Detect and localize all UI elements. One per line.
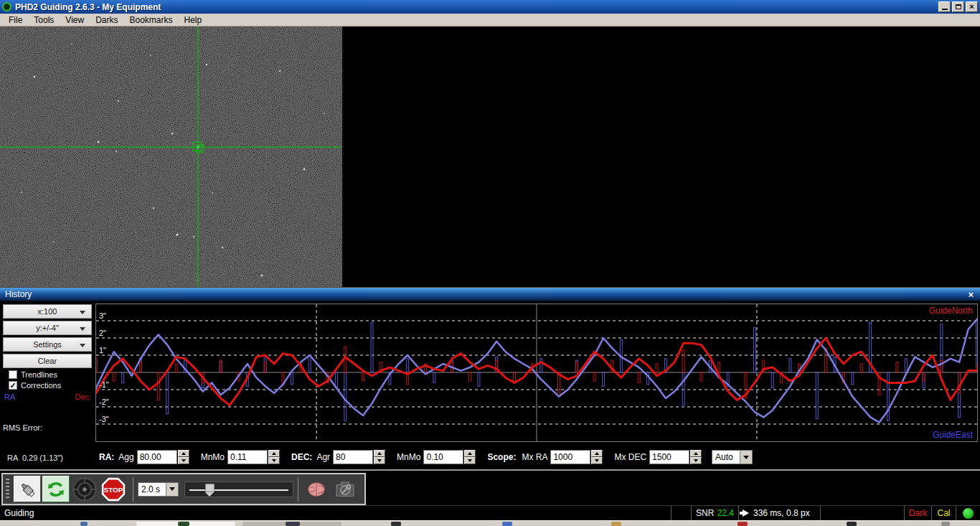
x-scale-dropdown[interactable]: x:100 xyxy=(3,304,92,319)
ra-mnmo-label: MnMo xyxy=(201,452,225,462)
spin-down-icon[interactable] xyxy=(690,457,702,464)
ra-agg-label: Agg xyxy=(118,452,133,462)
brain-settings-button[interactable] xyxy=(303,476,330,502)
status-connection-led xyxy=(956,506,980,520)
loop-exposures-button[interactable] xyxy=(42,476,70,502)
history-title: History xyxy=(5,289,32,299)
guide-button[interactable] xyxy=(71,476,98,502)
mx-ra-input[interactable] xyxy=(550,450,590,464)
menu-tools[interactable]: Tools xyxy=(28,14,60,26)
y-scale-dropdown[interactable]: y:+/-4" xyxy=(3,321,92,335)
ra-agg-input[interactable] xyxy=(137,450,177,464)
restore-icon xyxy=(956,4,961,9)
history-window: History × x:100 y:+/-4" Settings Clear T… xyxy=(0,287,980,469)
guide-direction-arrow-icon xyxy=(743,509,749,517)
history-titlebar[interactable]: History × xyxy=(0,288,980,301)
screen-stretch-slider[interactable] xyxy=(184,482,293,497)
guide-camera-view[interactable] xyxy=(0,27,342,287)
minimize-button[interactable] xyxy=(938,1,951,12)
ra-agg-spinner[interactable] xyxy=(137,450,189,464)
menu-file[interactable]: File xyxy=(3,14,28,26)
stop-button[interactable]: STOP xyxy=(100,476,127,502)
exposure-select[interactable]: 2.0 s xyxy=(138,482,179,497)
toolbar-grip[interactable] xyxy=(6,479,9,500)
spin-down-icon[interactable] xyxy=(178,457,189,464)
svg-text:3": 3" xyxy=(99,311,106,320)
ra-mnmo-spinner[interactable] xyxy=(227,450,280,464)
chevron-down-icon[interactable] xyxy=(740,451,752,464)
clear-button[interactable]: Clear xyxy=(3,354,92,368)
spin-up-icon[interactable] xyxy=(178,450,189,457)
close-button[interactable]: × xyxy=(966,1,978,12)
spin-up-icon[interactable] xyxy=(591,450,603,457)
menu-help[interactable]: Help xyxy=(179,14,208,26)
spin-buttons[interactable] xyxy=(268,450,280,464)
trendlines-label: Trendlines xyxy=(21,370,57,379)
camera-wrench-icon xyxy=(334,478,357,501)
phd2-main-window: PHD2 Guiding 2.6.3 - My Equipment × File… xyxy=(0,0,980,526)
spin-up-icon[interactable] xyxy=(464,450,476,457)
corrections-checkbox[interactable]: ✓ Corrections xyxy=(9,381,94,390)
dec-agr-spinner[interactable] xyxy=(333,450,385,464)
menu-bookmarks[interactable]: Bookmarks xyxy=(124,14,179,26)
spin-up-icon[interactable] xyxy=(268,450,280,457)
mx-dec-spinner[interactable] xyxy=(649,450,702,464)
ra-mnmo-input[interactable] xyxy=(227,450,268,464)
taskbar-icon-hint xyxy=(941,522,950,526)
spin-down-icon[interactable] xyxy=(374,457,385,464)
trendlines-checkbox[interactable]: Trendlines xyxy=(9,370,94,379)
close-icon: × xyxy=(969,3,974,11)
guiding-history-graph: 3"2"1"-1"-2"-3"GuideNorthGuideEast xyxy=(95,304,978,442)
rms-header: RMS Error: xyxy=(3,423,94,433)
loop-arrows-icon xyxy=(46,479,66,499)
chevron-down-icon[interactable] xyxy=(166,483,178,496)
history-close-icon[interactable]: × xyxy=(968,289,975,300)
dec-mnmo-input[interactable] xyxy=(423,450,463,464)
window-title: PHD2 Guiding 2.6.3 - My Equipment xyxy=(15,2,161,12)
phd2-app-icon xyxy=(2,2,11,11)
ra-section-label: RA: xyxy=(99,452,114,462)
spin-buttons[interactable] xyxy=(464,450,476,464)
slider-thumb[interactable] xyxy=(205,484,215,492)
status-guide-step: 336 ms, 0.8 px xyxy=(738,506,820,520)
taskbar-icon-hint xyxy=(286,522,300,526)
usb-plug-icon xyxy=(17,479,37,499)
chevron-down-icon xyxy=(80,344,85,347)
toolbar-separator xyxy=(133,477,133,502)
windows-taskbar-sliver[interactable] xyxy=(0,520,980,526)
spin-down-icon[interactable] xyxy=(591,457,603,464)
spin-up-icon[interactable] xyxy=(374,450,385,457)
spin-down-icon[interactable] xyxy=(464,457,476,464)
stop-sign-icon: STOP xyxy=(101,477,126,502)
spin-buttons[interactable] xyxy=(374,450,385,464)
mx-dec-input[interactable] xyxy=(649,450,689,464)
taskbar-icon-hint xyxy=(178,522,189,526)
spin-buttons[interactable] xyxy=(690,450,702,464)
dec-mnmo-spinner[interactable] xyxy=(423,450,476,464)
connect-equipment-button[interactable] xyxy=(14,476,41,502)
dec-agr-input[interactable] xyxy=(333,450,373,464)
dec-guide-mode-dropdown[interactable]: Auto xyxy=(712,450,753,464)
spin-down-icon[interactable] xyxy=(268,457,280,464)
mx-ra-spinner[interactable] xyxy=(550,450,603,464)
mx-ra-label: Mx RA xyxy=(522,452,547,462)
checkbox-box[interactable]: ✓ xyxy=(9,381,17,390)
settings-dropdown[interactable]: Settings xyxy=(3,337,92,352)
minimize-icon xyxy=(942,9,948,10)
window-titlebar[interactable]: PHD2 Guiding 2.6.3 - My Equipment × xyxy=(0,0,980,14)
spin-up-icon[interactable] xyxy=(690,450,702,457)
menu-darks[interactable]: Darks xyxy=(90,14,123,26)
cal-label: Cal xyxy=(937,508,950,518)
settings-label: Settings xyxy=(33,340,62,349)
spin-buttons[interactable] xyxy=(591,450,603,464)
checkbox-box[interactable] xyxy=(9,370,17,379)
camera-settings-button[interactable] xyxy=(331,476,359,502)
main-toolbar: STOP 2.0 s xyxy=(1,473,366,505)
spin-buttons[interactable] xyxy=(178,450,189,464)
svg-text:STOP: STOP xyxy=(104,486,123,494)
svg-text:GuideEast: GuideEast xyxy=(933,430,974,440)
restore-button[interactable] xyxy=(952,1,964,12)
dark-label: Dark xyxy=(909,508,927,518)
series-legend: RA Dec xyxy=(4,393,89,401)
menu-view[interactable]: View xyxy=(60,14,90,26)
